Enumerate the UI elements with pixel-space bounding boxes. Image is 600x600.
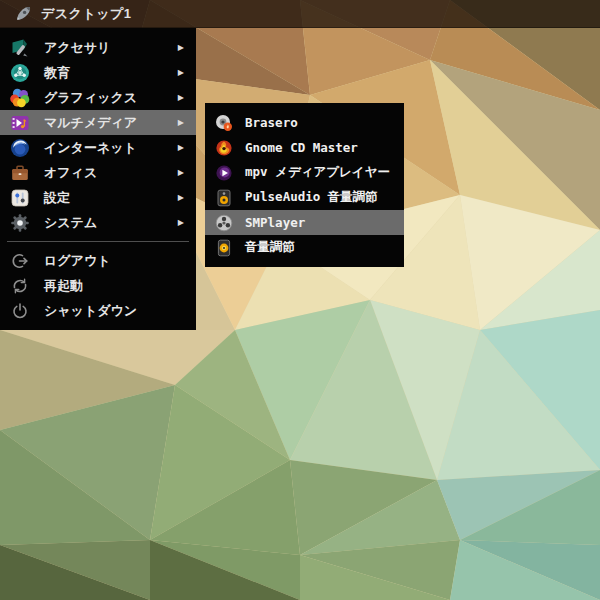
submenu-item-brasero[interactable]: Brasero <box>205 110 404 135</box>
menu-item-label: 設定 <box>44 189 178 207</box>
brasero-icon <box>215 114 233 132</box>
volume-icon <box>215 239 233 257</box>
desktop-pager-label: デスクトップ1 <box>41 5 132 23</box>
menu-item-office[interactable]: オフィス ▶ <box>0 160 196 185</box>
submenu-arrow-icon: ▶ <box>178 93 186 102</box>
menu-item-education[interactable]: 教育 ▶ <box>0 60 196 85</box>
multimedia-icon <box>10 113 30 133</box>
pulseaudio-icon <box>215 189 233 207</box>
submenu-item-mpv[interactable]: mpv メディアプレイヤー <box>205 160 404 185</box>
shutdown-icon <box>10 301 30 321</box>
menu-item-label: インターネット <box>44 139 178 157</box>
menu-item-label: 再起動 <box>44 277 186 295</box>
submenu-arrow-icon: ▶ <box>178 118 186 127</box>
graphics-icon <box>10 88 30 108</box>
taskbar: デスクトップ1 <box>0 0 600 28</box>
submenu-arrow-icon: ▶ <box>178 168 186 177</box>
menu-item-label: シャットダウン <box>44 302 186 320</box>
submenu-arrow-icon: ▶ <box>178 143 186 152</box>
submenu-item-label: PulseAudio 音量調節 <box>245 189 394 206</box>
menu-item-label: 教育 <box>44 64 178 82</box>
menu-item-internet[interactable]: インターネット ▶ <box>0 135 196 160</box>
rocket-icon <box>14 5 32 23</box>
menu-item-label: オフィス <box>44 164 178 182</box>
menu-item-label: アクセサリ <box>44 39 178 57</box>
menu-item-label: システム <box>44 214 178 232</box>
settings-icon <box>10 188 30 208</box>
menu-item-system[interactable]: システム ▶ <box>0 210 196 235</box>
submenu-item-label: Brasero <box>245 115 394 130</box>
desktop-pager[interactable]: デスクトップ1 <box>8 3 138 25</box>
menu-item-label: グラフィックス <box>44 89 178 107</box>
menu-item-graphics[interactable]: グラフィックス ▶ <box>0 85 196 110</box>
accessories-icon <box>10 38 30 58</box>
logout-icon <box>10 251 30 271</box>
menu-item-accessories[interactable]: アクセサリ ▶ <box>0 35 196 60</box>
education-icon <box>10 63 30 83</box>
multimedia-submenu: Brasero Gnome CD Master mpv メディアプレイヤー <box>205 103 404 267</box>
submenu-item-pulseaudio[interactable]: PulseAudio 音量調節 <box>205 185 404 210</box>
menu-item-label: ログアウト <box>44 252 186 270</box>
smplayer-icon <box>215 214 233 232</box>
main-menu: アクセサリ ▶ 教育 ▶ <box>0 28 196 330</box>
internet-icon <box>10 138 30 158</box>
restart-icon <box>10 276 30 296</box>
submenu-arrow-icon: ▶ <box>178 43 186 52</box>
submenu-item-gnome-cd-master[interactable]: Gnome CD Master <box>205 135 404 160</box>
menu-item-multimedia[interactable]: マルチメディア ▶ <box>0 110 196 135</box>
submenu-item-label: Gnome CD Master <box>245 140 394 155</box>
submenu-item-volume[interactable]: 音量調節 <box>205 235 404 260</box>
menu-item-logout[interactable]: ログアウト <box>0 248 196 273</box>
submenu-item-label: 音量調節 <box>245 239 394 256</box>
submenu-arrow-icon: ▶ <box>178 68 186 77</box>
submenu-item-label: mpv メディアプレイヤー <box>245 164 394 181</box>
menu-item-label: マルチメディア <box>44 114 178 132</box>
office-icon <box>10 163 30 183</box>
gnome-cd-master-icon <box>215 139 233 157</box>
menu-separator <box>7 241 189 242</box>
mpv-icon <box>215 164 233 182</box>
submenu-item-label: SMPlayer <box>245 215 394 230</box>
submenu-arrow-icon: ▶ <box>178 218 186 227</box>
menu-item-restart[interactable]: 再起動 <box>0 273 196 298</box>
submenu-item-smplayer[interactable]: SMPlayer <box>205 210 404 235</box>
submenu-arrow-icon: ▶ <box>178 193 186 202</box>
system-icon <box>10 213 30 233</box>
menu-item-settings[interactable]: 設定 ▶ <box>0 185 196 210</box>
menu-item-shutdown[interactable]: シャットダウン <box>0 298 196 323</box>
